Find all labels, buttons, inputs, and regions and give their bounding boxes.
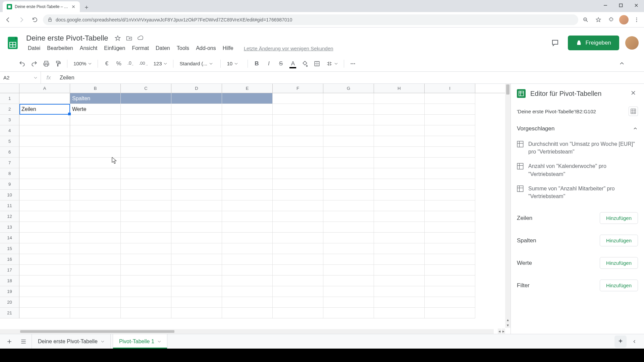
- cell[interactable]: [171, 179, 222, 190]
- add-sheet-button[interactable]: [3, 336, 15, 348]
- row-header[interactable]: 17: [0, 265, 19, 276]
- add-rows-button[interactable]: Hinzufügen: [600, 212, 638, 224]
- cell[interactable]: [222, 233, 273, 243]
- cell[interactable]: [425, 265, 475, 276]
- cell[interactable]: [171, 254, 222, 265]
- cell[interactable]: [121, 243, 171, 254]
- cell[interactable]: [273, 276, 323, 286]
- cell[interactable]: [171, 265, 222, 276]
- cell[interactable]: [273, 93, 323, 104]
- cell[interactable]: [273, 286, 323, 297]
- spreadsheet-grid[interactable]: A B C D E F G H I 1Spalten2ZeilenWerte34…: [0, 84, 511, 334]
- document-title[interactable]: Deine erste Pivot-Tabelle: [25, 33, 110, 43]
- cell[interactable]: [374, 243, 425, 254]
- close-pivot-editor-button[interactable]: [630, 89, 638, 98]
- cell[interactable]: [171, 243, 222, 254]
- sheets-logo[interactable]: [4, 34, 21, 52]
- collapse-toolbar-button[interactable]: [616, 58, 627, 69]
- cell[interactable]: [374, 168, 425, 179]
- cell[interactable]: [70, 222, 121, 233]
- window-close-button[interactable]: [629, 0, 644, 11]
- back-button[interactable]: [3, 14, 13, 25]
- cell[interactable]: [19, 308, 70, 318]
- cell[interactable]: [374, 211, 425, 222]
- menu-addons[interactable]: Add-ons: [193, 44, 219, 53]
- cell[interactable]: [425, 254, 475, 265]
- cell[interactable]: [273, 297, 323, 308]
- cell[interactable]: [273, 115, 323, 125]
- scroll-down-arrow[interactable]: ▼: [505, 322, 511, 328]
- cell[interactable]: Werte: [70, 104, 121, 115]
- cell[interactable]: [19, 222, 70, 233]
- cell[interactable]: [70, 200, 121, 211]
- cell[interactable]: [323, 158, 374, 168]
- more-toolbar-button[interactable]: [347, 58, 358, 69]
- cell[interactable]: [222, 222, 273, 233]
- cell[interactable]: [273, 308, 323, 318]
- cell[interactable]: [222, 286, 273, 297]
- cell[interactable]: [425, 93, 475, 104]
- cell[interactable]: [70, 286, 121, 297]
- cell[interactable]: [171, 233, 222, 243]
- cell[interactable]: [425, 168, 475, 179]
- side-panel-toggle[interactable]: [629, 336, 641, 348]
- cell[interactable]: [70, 233, 121, 243]
- cell[interactable]: [273, 136, 323, 147]
- column-header[interactable]: G: [323, 84, 374, 93]
- window-minimize-button[interactable]: [598, 0, 613, 11]
- cell[interactable]: [171, 158, 222, 168]
- cell[interactable]: [273, 104, 323, 115]
- cell[interactable]: [19, 93, 70, 104]
- row-header[interactable]: 6: [0, 147, 19, 158]
- menu-edit[interactable]: Bearbeiten: [44, 44, 76, 53]
- row-header[interactable]: 8: [0, 168, 19, 179]
- pivot-range[interactable]: 'Deine erste Pivot-Tabelle'!B2:G102: [517, 109, 625, 114]
- cell[interactable]: [70, 179, 121, 190]
- row-header[interactable]: 3: [0, 115, 19, 125]
- cell[interactable]: [374, 297, 425, 308]
- cell[interactable]: [19, 254, 70, 265]
- cell[interactable]: [374, 276, 425, 286]
- share-button[interactable]: Freigeben: [568, 36, 619, 50]
- cell[interactable]: [171, 125, 222, 136]
- add-columns-button[interactable]: Hinzufügen: [600, 235, 638, 246]
- cell[interactable]: [222, 190, 273, 200]
- cell[interactable]: [70, 136, 121, 147]
- cell[interactable]: [70, 168, 121, 179]
- bookmark-icon[interactable]: [594, 15, 603, 24]
- cell[interactable]: [273, 211, 323, 222]
- cell[interactable]: [222, 104, 273, 115]
- cell[interactable]: [121, 168, 171, 179]
- merge-cells-button[interactable]: [324, 58, 340, 69]
- cell[interactable]: [323, 276, 374, 286]
- row-header[interactable]: 12: [0, 211, 19, 222]
- cell[interactable]: [70, 115, 121, 125]
- new-tab-button[interactable]: [82, 3, 91, 12]
- cell[interactable]: [323, 125, 374, 136]
- cell[interactable]: [171, 211, 222, 222]
- cell[interactable]: [19, 147, 70, 158]
- cell[interactable]: [70, 147, 121, 158]
- cell[interactable]: [323, 222, 374, 233]
- cell[interactable]: [374, 190, 425, 200]
- cell[interactable]: [121, 233, 171, 243]
- undo-button[interactable]: [17, 58, 28, 69]
- cell[interactable]: [374, 286, 425, 297]
- cell[interactable]: [222, 147, 273, 158]
- cell[interactable]: [222, 308, 273, 318]
- cell[interactable]: [19, 286, 70, 297]
- star-icon[interactable]: [114, 35, 121, 42]
- strikethrough-button[interactable]: S: [275, 58, 286, 69]
- cell[interactable]: [374, 200, 425, 211]
- cell[interactable]: [273, 190, 323, 200]
- cell[interactable]: [425, 243, 475, 254]
- cell[interactable]: [425, 104, 475, 115]
- cell[interactable]: [171, 104, 222, 115]
- browser-menu-icon[interactable]: [632, 15, 641, 24]
- cell[interactable]: [121, 265, 171, 276]
- cell[interactable]: [273, 233, 323, 243]
- cell[interactable]: [19, 276, 70, 286]
- cell[interactable]: [121, 254, 171, 265]
- cell[interactable]: [374, 115, 425, 125]
- paint-format-button[interactable]: [53, 58, 64, 69]
